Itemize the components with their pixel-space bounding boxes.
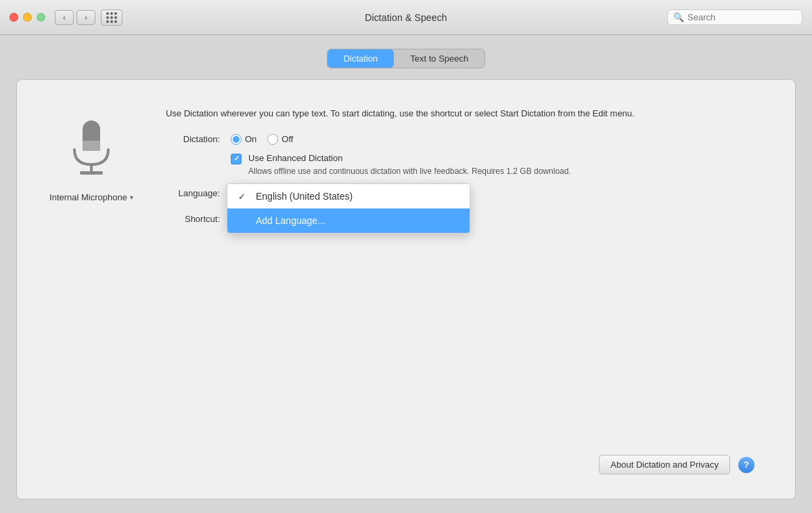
tabs: Dictation Text to Speech — [327, 49, 486, 68]
checkbox-check-icon: ✓ — [233, 155, 240, 162]
panel-inner: Internal Microphone ▾ Use Dictation wher… — [17, 80, 795, 499]
grid-icon — [106, 12, 117, 23]
search-icon: 🔍 — [673, 12, 684, 22]
nav-buttons: ‹ › — [55, 10, 95, 25]
dropdown-item-add-label: Add Language... — [256, 215, 325, 226]
radio-off[interactable]: Off — [267, 134, 293, 145]
bottom-controls: Language: English (United States) ▾ Shor… — [166, 183, 775, 228]
tab-text-to-speech[interactable]: Text to Speech — [394, 49, 484, 68]
grid-button[interactable] — [101, 9, 122, 26]
svg-rect-4 — [80, 171, 103, 175]
dropdown-item-add-language[interactable]: Add Language... — [227, 208, 470, 233]
shortcut-label: Shortcut: — [166, 214, 220, 224]
radio-on-label: On — [245, 134, 256, 144]
dropdown-menu: ✓ English (United States) Add Language..… — [227, 183, 470, 233]
radio-off-circle[interactable] — [267, 134, 278, 145]
back-button[interactable]: ‹ — [55, 10, 74, 25]
search-box[interactable]: 🔍 — [667, 9, 803, 25]
enhanced-checkbox[interactable]: ✓ — [231, 154, 242, 164]
back-icon: ‹ — [63, 13, 66, 22]
help-button[interactable]: ? — [738, 457, 754, 473]
about-button[interactable]: About Dictation and Privacy — [599, 455, 730, 474]
description-text: Use Dictation wherever you can type text… — [166, 107, 775, 120]
maximize-button[interactable] — [37, 13, 45, 22]
window-title: Dictation & Speech — [365, 12, 447, 23]
radio-on-circle[interactable] — [231, 134, 242, 145]
dropdown-item-english-label: English (United States) — [256, 191, 353, 202]
checkmark-icon: ✓ — [238, 192, 249, 202]
main-content: Dictation Text to Speech — [0, 35, 812, 513]
tabs-container: Dictation Text to Speech — [16, 49, 796, 68]
description-section: Use Dictation wherever you can type text… — [166, 100, 775, 235]
mic-icon — [64, 114, 118, 181]
enhanced-title: Use Enhanced Dictation — [248, 153, 571, 163]
content-panel: Internal Microphone ▾ Use Dictation wher… — [16, 79, 796, 499]
language-label: Language: — [166, 188, 220, 198]
microphone-svg — [68, 117, 115, 178]
microphone-label[interactable]: Internal Microphone ▾ — [49, 192, 133, 202]
microphone-section: Internal Microphone ▾ — [37, 100, 145, 202]
radio-on-inner — [233, 136, 240, 143]
mic-label-text: Internal Microphone — [49, 192, 127, 202]
tab-dictation[interactable]: Dictation — [328, 49, 394, 68]
traffic-lights — [9, 13, 45, 22]
search-input[interactable] — [687, 12, 796, 22]
mic-chevron-icon: ▾ — [130, 194, 133, 201]
dropdown-item-english[interactable]: ✓ English (United States) — [227, 184, 470, 208]
radio-group: On Off — [231, 134, 293, 145]
forward-icon: › — [85, 13, 87, 22]
forward-button[interactable]: › — [76, 10, 95, 25]
close-button[interactable] — [9, 13, 18, 22]
top-section: Internal Microphone ▾ Use Dictation wher… — [37, 100, 775, 235]
radio-off-label: Off — [281, 134, 293, 144]
radio-on[interactable]: On — [231, 134, 256, 145]
enhanced-row: ✓ Use Enhanced Dictation Allows offline … — [231, 153, 775, 177]
dictation-label: Dictation: — [166, 134, 220, 144]
enhanced-desc: Allows offline use and continuous dictat… — [248, 166, 571, 177]
footer: About Dictation and Privacy ? — [37, 444, 775, 485]
svg-rect-2 — [83, 143, 100, 151]
enhanced-content: Use Enhanced Dictation Allows offline us… — [248, 153, 571, 177]
dictation-row: Dictation: On Off — [166, 134, 775, 145]
title-bar: ‹ › Dictation & Speech 🔍 — [0, 0, 812, 35]
minimize-button[interactable] — [23, 13, 32, 22]
